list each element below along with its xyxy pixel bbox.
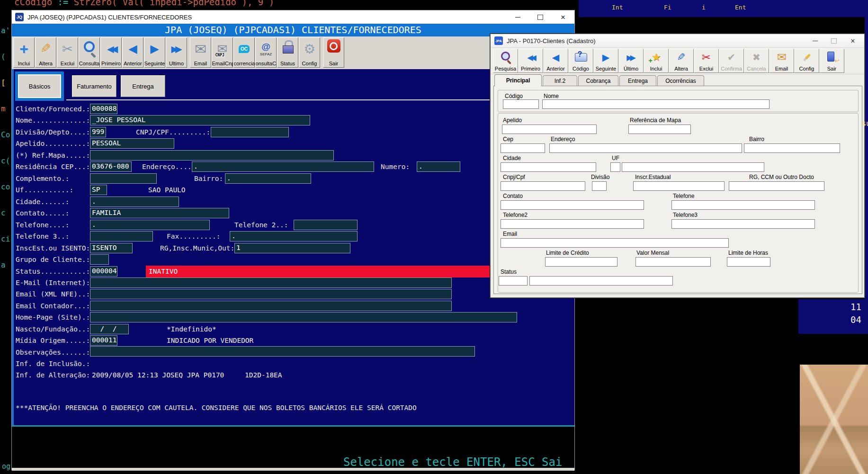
- tab-faturamento[interactable]: Faturamento: [72, 75, 116, 97]
- toolbar-button-config[interactable]: Config: [299, 37, 320, 68]
- code-fragment: StrZero( Val( inpedi->pdPedido ), 9 ): [74, 0, 274, 7]
- email-internet-input[interactable]: [90, 277, 452, 288]
- limite-horas-input[interactable]: [727, 257, 770, 267]
- homepage-input[interactable]: [90, 312, 517, 322]
- limite-credito-input[interactable]: [545, 257, 617, 267]
- contato-input[interactable]: FAMILIA: [90, 208, 229, 218]
- uf-input[interactable]: SP: [90, 185, 107, 195]
- bairro-input[interactable]: [744, 143, 840, 153]
- toolbar-button-email[interactable]: Email: [190, 37, 211, 68]
- toolbar-button-primeiro[interactable]: Primeiro: [100, 37, 122, 68]
- contato-input[interactable]: [501, 200, 644, 210]
- toolbar-button-altera[interactable]: Altera: [35, 37, 56, 68]
- toolbar-button-ocorrencia[interactable]: correncia: [233, 37, 255, 68]
- apelido-input[interactable]: [502, 125, 597, 134]
- tab-ocorrencias[interactable]: Ocorrências: [657, 75, 704, 86]
- ref-mapa-input[interactable]: [628, 125, 691, 134]
- telefone3-input[interactable]: [671, 219, 815, 229]
- tab-cobranca[interactable]: Cobrança: [578, 75, 618, 86]
- toolbar-button-inclui[interactable]: Inclui: [644, 49, 669, 73]
- cidade-input[interactable]: .: [90, 197, 179, 207]
- telefone2-input[interactable]: [501, 219, 644, 229]
- uf-input[interactable]: [610, 162, 620, 172]
- fax-input[interactable]: .: [230, 231, 358, 241]
- background-fragment: co: [1, 182, 10, 191]
- tab-inf2[interactable]: Inf.2: [543, 75, 577, 86]
- valor-mensal-input[interactable]: [635, 257, 711, 267]
- toolbar-button-config[interactable]: Config: [794, 49, 819, 73]
- toolbar-button-codigo[interactable]: Código: [568, 49, 593, 73]
- toolbar-button-inclui[interactable]: Inclui: [13, 37, 35, 68]
- uf-descricao-input[interactable]: [622, 162, 764, 172]
- maximize-button[interactable]: [529, 10, 552, 24]
- email-contador-input[interactable]: [90, 301, 452, 311]
- telefone3-input[interactable]: [90, 231, 153, 241]
- toolbar-button-altera[interactable]: Altera: [669, 49, 694, 73]
- minimize-button[interactable]: [805, 35, 824, 47]
- complemento-input[interactable]: [90, 173, 157, 184]
- inscricao-estadual-input[interactable]: ISENTO: [90, 243, 133, 253]
- cnpj-input[interactable]: [211, 127, 289, 137]
- tab-entrega[interactable]: Entrega: [619, 75, 656, 86]
- rg-input[interactable]: 1: [234, 243, 350, 253]
- minimize-button[interactable]: [506, 10, 529, 24]
- status-descricao-input[interactable]: [529, 276, 673, 286]
- background-fragment: Fi: [664, 4, 671, 11]
- ref-mapa-input[interactable]: [90, 150, 334, 161]
- email-input[interactable]: [501, 238, 729, 248]
- telefone2-input[interactable]: [294, 220, 358, 230]
- toolbar-button-email[interactable]: Email: [769, 49, 794, 73]
- close-button[interactable]: ×: [843, 35, 862, 47]
- toolbar-button-pesquisa[interactable]: Pesquisa: [493, 49, 518, 73]
- apelido-input[interactable]: PESSOAL: [90, 138, 174, 149]
- toolbar-button-ultimo[interactable]: Ultimo: [166, 37, 187, 68]
- numero-input[interactable]: .: [417, 161, 460, 172]
- cep-input[interactable]: [501, 143, 545, 153]
- title-bar[interactable]: JQ JPA (JOSEQ) (PJPCADAS1) CLIENTES/FORN…: [12, 10, 574, 24]
- status-input[interactable]: [499, 276, 528, 286]
- grupo-cliente-input[interactable]: [90, 254, 109, 265]
- nome-input[interactable]: [542, 99, 770, 109]
- cliente-code-input[interactable]: 000088: [90, 104, 117, 114]
- observacoes-input[interactable]: [90, 346, 475, 357]
- endereco-input[interactable]: [549, 143, 742, 153]
- toolbar-button-consulta[interactable]: Consulta: [79, 37, 100, 68]
- telefone-input[interactable]: [671, 200, 815, 210]
- tab-basicos[interactable]: Básicos: [18, 74, 61, 98]
- endereco-input[interactable]: .: [192, 161, 374, 172]
- toolbar-button-seguinte[interactable]: Seguinte: [144, 37, 165, 68]
- toolbar-button-seguinte[interactable]: Seguinte: [593, 49, 618, 73]
- toolbar-button-exclui[interactable]: Exclui: [694, 49, 719, 73]
- nome-input[interactable]: _JOSE PESSOAL: [90, 115, 310, 125]
- cnpj-input[interactable]: [501, 181, 585, 191]
- tab-principal[interactable]: Principal: [494, 74, 542, 86]
- toolbar-button-emailcnpj[interactable]: EmailCnpj: [212, 37, 233, 68]
- divisao-input[interactable]: 999: [90, 127, 106, 137]
- title-bar[interactable]: JPA JPA - P0170-Clientes (Cadastro) ×: [491, 34, 864, 48]
- divisao-input[interactable]: [592, 181, 607, 191]
- cidade-input[interactable]: [501, 162, 596, 172]
- rg-input[interactable]: [729, 181, 824, 191]
- toolbar-button-status[interactable]: Status: [277, 37, 298, 68]
- status-code-input[interactable]: 000004: [90, 266, 117, 277]
- inscr-estadual-input[interactable]: [633, 181, 725, 191]
- toolbar-button-anterior[interactable]: Anterior: [122, 37, 143, 68]
- midia-origem-input[interactable]: 000011: [90, 335, 117, 346]
- tab-entrega[interactable]: Entrega: [121, 75, 165, 97]
- nascimento-input[interactable]: / /: [90, 324, 129, 334]
- bairro-input[interactable]: .: [225, 173, 311, 184]
- toolbar-button-consulta-sefaz[interactable]: onsultaCa: [255, 37, 277, 68]
- maximize-button[interactable]: [824, 35, 843, 47]
- close-button[interactable]: ×: [552, 10, 574, 24]
- toolbar-button-ultimo[interactable]: Último: [618, 49, 644, 73]
- background-fragment: m: [1, 104, 6, 113]
- toolbar-button-exclui[interactable]: Exclui: [57, 37, 78, 68]
- telefone-input[interactable]: .: [90, 220, 210, 230]
- email-xml-input[interactable]: [90, 289, 452, 299]
- cep-input[interactable]: 03676-080: [90, 161, 132, 172]
- toolbar-button-primeiro[interactable]: Primeiro: [518, 49, 543, 73]
- toolbar-button-anterior[interactable]: Anterior: [543, 49, 568, 73]
- toolbar-button-sair[interactable]: Sair: [323, 37, 344, 68]
- toolbar-button-sair[interactable]: Sair: [819, 49, 844, 73]
- codigo-input[interactable]: [503, 99, 539, 109]
